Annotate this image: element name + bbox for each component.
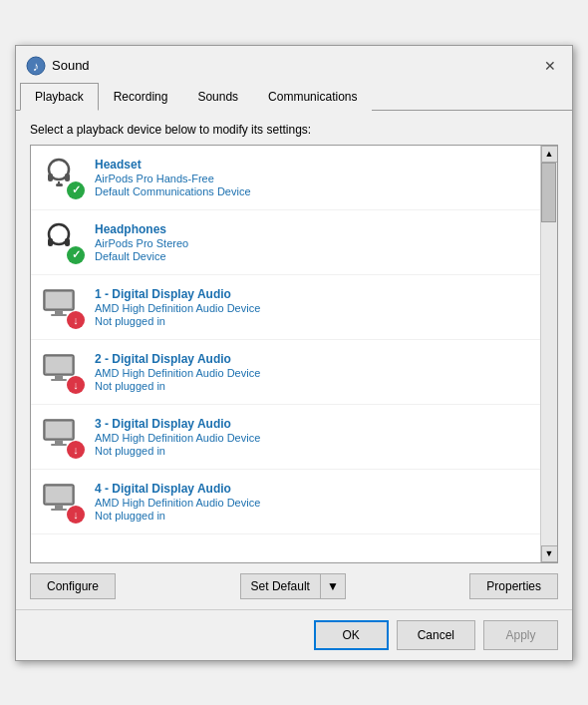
status-badge-red: ↓ [67, 506, 85, 524]
list-item[interactable]: ✓ Headphones AirPods Pro Stereo Default … [31, 210, 540, 275]
dialog-title: Sound [52, 58, 538, 73]
device-status: Not plugged in [95, 445, 530, 457]
status-badge-red: ↓ [67, 441, 85, 459]
device-icon-area: ↓ [41, 285, 85, 329]
tab-sounds[interactable]: Sounds [182, 83, 253, 111]
close-button[interactable]: ✕ [538, 54, 562, 78]
scroll-up-arrow[interactable]: ▲ [541, 146, 558, 163]
device-info: 4 - Digital Display Audio AMD High Defin… [95, 482, 530, 522]
device-icon-area: ✓ [41, 156, 85, 199]
status-badge-green: ✓ [67, 246, 85, 264]
svg-rect-16 [55, 376, 63, 379]
list-item[interactable]: ↓ 2 - Digital Display Audio AMD High Def… [31, 340, 540, 405]
device-icon-area: ↓ [41, 350, 85, 394]
ok-button[interactable]: OK [314, 620, 389, 650]
content-area: Select a playback device below to modify… [16, 111, 572, 609]
svg-rect-11 [46, 292, 72, 308]
scroll-down-arrow[interactable]: ▼ [541, 545, 558, 562]
scrollbar[interactable]: ▲ ▼ [540, 146, 557, 562]
device-icon-area: ↓ [41, 480, 85, 524]
device-model: AirPods Pro Stereo [95, 237, 530, 249]
instruction-text: Select a playback device below to modify… [30, 123, 558, 137]
configure-button[interactable]: Configure [30, 573, 116, 599]
device-status: Not plugged in [95, 380, 530, 392]
device-name: 3 - Digital Display Audio [95, 417, 530, 431]
scroll-track[interactable] [541, 163, 557, 545]
properties-button[interactable]: Properties [469, 573, 558, 599]
tab-bar: Playback Recording Sounds Communications [16, 82, 572, 111]
apply-button[interactable]: Apply [483, 620, 558, 650]
device-name: Headphones [95, 222, 530, 236]
list-item[interactable]: ↓ 4 - Digital Display Audio AMD High Def… [31, 470, 540, 534]
svg-rect-12 [55, 311, 63, 314]
tab-playback[interactable]: Playback [20, 83, 99, 111]
svg-rect-20 [55, 441, 63, 444]
device-info: Headset AirPods Pro Hands-Free Default C… [95, 158, 530, 197]
device-model: AirPods Pro Hands-Free [95, 173, 530, 184]
device-list[interactable]: ✓ Headset AirPods Pro Hands-Free Default… [31, 146, 540, 562]
device-info: Headphones AirPods Pro Stereo Default De… [95, 222, 530, 262]
action-buttons: Configure Set Default ▼ Properties [30, 573, 558, 599]
title-bar: ♪ Sound ✕ [16, 46, 572, 82]
device-list-container: ✓ Headset AirPods Pro Hands-Free Default… [30, 145, 558, 563]
svg-text:♪: ♪ [33, 59, 40, 74]
device-model: AMD High Definition Audio Device [95, 497, 530, 509]
device-icon-area: ✓ [41, 220, 85, 264]
device-name: Headset [95, 158, 530, 172]
status-badge-red: ↓ [67, 311, 85, 329]
svg-rect-3 [48, 174, 53, 181]
device-icon-area: ↓ [41, 415, 85, 459]
cancel-button[interactable]: Cancel [397, 620, 475, 650]
device-model: AMD High Definition Audio Device [95, 302, 530, 314]
svg-rect-24 [55, 506, 63, 509]
device-info: 2 - Digital Display Audio AMD High Defin… [95, 352, 530, 392]
device-info: 1 - Digital Display Audio AMD High Defin… [95, 287, 530, 327]
device-name: 2 - Digital Display Audio [95, 352, 530, 366]
device-status: Default Device [95, 250, 530, 262]
svg-rect-19 [46, 422, 72, 438]
svg-rect-4 [65, 174, 70, 181]
svg-rect-13 [51, 314, 67, 316]
svg-rect-9 [65, 238, 70, 246]
svg-rect-21 [51, 444, 67, 446]
svg-rect-25 [51, 509, 67, 511]
sound-dialog: ♪ Sound ✕ Playback Recording Sounds Comm… [15, 45, 573, 661]
sound-icon: ♪ [26, 56, 46, 76]
device-status: Not plugged in [95, 510, 530, 522]
svg-rect-8 [48, 238, 53, 246]
list-item[interactable]: ↓ 3 - Digital Display Audio AMD High Def… [31, 405, 540, 470]
scroll-thumb[interactable] [541, 163, 556, 222]
status-badge-red: ↓ [67, 376, 85, 394]
status-badge-green: ✓ [67, 181, 85, 199]
device-name: 4 - Digital Display Audio [95, 482, 530, 496]
set-default-group: Set Default ▼ [240, 573, 346, 599]
dialog-footer: OK Cancel Apply [16, 609, 572, 660]
device-name: 1 - Digital Display Audio [95, 287, 530, 301]
device-info: 3 - Digital Display Audio AMD High Defin… [95, 417, 530, 457]
device-status: Not plugged in [95, 315, 530, 327]
device-status: Default Communications Device [95, 185, 530, 197]
svg-rect-6 [56, 183, 63, 186]
svg-rect-23 [46, 487, 72, 503]
tab-recording[interactable]: Recording [99, 83, 183, 111]
device-model: AMD High Definition Audio Device [95, 367, 530, 379]
list-item[interactable]: ↓ 1 - Digital Display Audio AMD High Def… [31, 275, 540, 340]
list-item[interactable]: ✓ Headset AirPods Pro Hands-Free Default… [31, 146, 540, 210]
tab-communications[interactable]: Communications [253, 83, 372, 111]
svg-rect-17 [51, 379, 67, 381]
device-model: AMD High Definition Audio Device [95, 432, 530, 444]
set-default-dropdown-button[interactable]: ▼ [320, 573, 346, 599]
svg-rect-15 [46, 357, 72, 373]
set-default-button[interactable]: Set Default [240, 573, 320, 599]
